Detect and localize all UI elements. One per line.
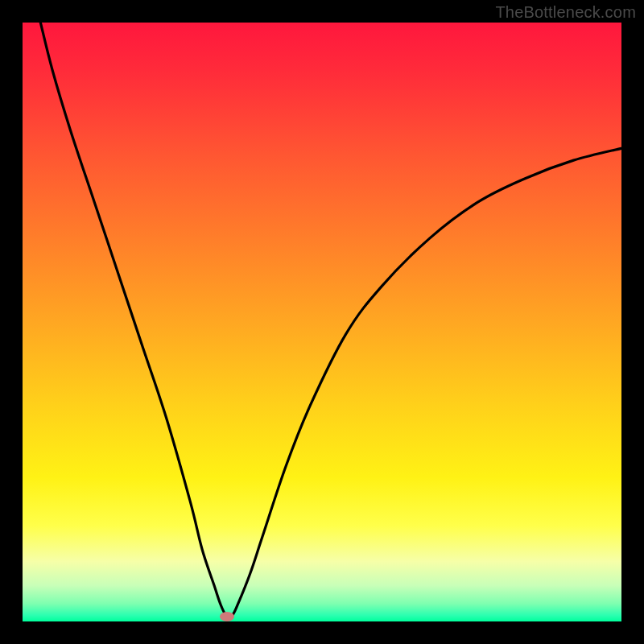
bottleneck-curve [40, 23, 621, 617]
chart-container: TheBottleneck.com [0, 0, 644, 644]
minimum-marker [220, 612, 234, 621]
plot-area [23, 23, 621, 621]
watermark-text: TheBottleneck.com [495, 3, 636, 22]
curve-svg [23, 23, 621, 621]
